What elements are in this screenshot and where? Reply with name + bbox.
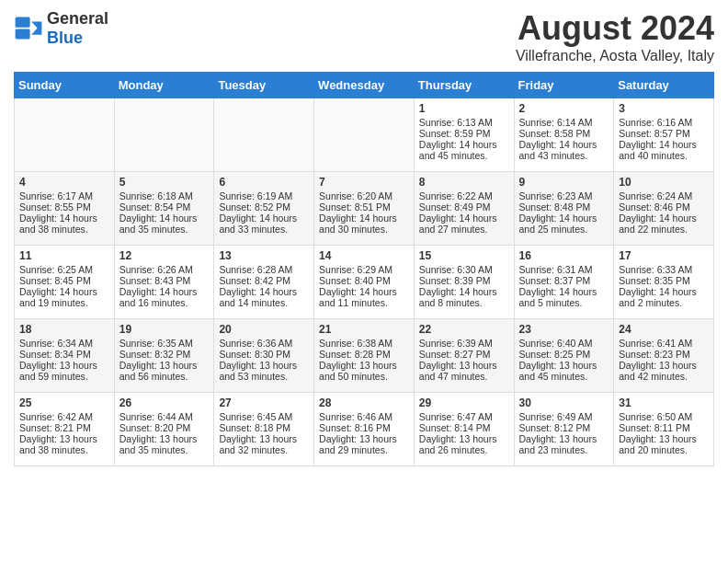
sunrise-text: Sunrise: 6:33 AM <box>619 264 692 275</box>
sunset-text: Sunset: 8:46 PM <box>619 201 690 213</box>
daylight-text: Daylight: 14 hours and 38 minutes. <box>19 213 97 235</box>
daylight-text: Daylight: 14 hours and 14 minutes. <box>219 286 297 308</box>
calendar-cell <box>314 98 415 172</box>
daylight-text: Daylight: 13 hours and 45 minutes. <box>519 360 597 382</box>
calendar-cell: 31Sunrise: 6:50 AMSunset: 8:11 PMDayligh… <box>614 393 714 466</box>
day-number: 6 <box>219 176 309 189</box>
sunrise-text: Sunrise: 6:22 AM <box>419 190 493 201</box>
header-saturday: Saturday <box>614 73 714 98</box>
day-number: 15 <box>419 249 509 262</box>
sunrise-text: Sunrise: 6:42 AM <box>19 411 93 422</box>
calendar-cell: 14Sunrise: 6:29 AMSunset: 8:40 PMDayligh… <box>314 246 415 319</box>
day-number: 8 <box>419 176 509 189</box>
day-number: 9 <box>519 176 609 189</box>
day-number: 4 <box>19 176 109 189</box>
daylight-text: Daylight: 14 hours and 30 minutes. <box>319 213 397 235</box>
sunset-text: Sunset: 8:28 PM <box>319 349 391 360</box>
calendar-cell: 17Sunrise: 6:33 AMSunset: 8:35 PMDayligh… <box>614 246 714 319</box>
calendar-cell <box>114 98 214 172</box>
sunrise-text: Sunrise: 6:44 AM <box>119 411 193 422</box>
header: General Blue August 2024 Villefranche, A… <box>14 9 714 64</box>
sunrise-text: Sunrise: 6:29 AM <box>319 264 392 275</box>
sunset-text: Sunset: 8:59 PM <box>419 128 491 139</box>
day-number: 13 <box>219 249 309 262</box>
day-number: 7 <box>319 176 409 189</box>
calendar-cell: 21Sunrise: 6:38 AMSunset: 8:28 PMDayligh… <box>314 319 415 393</box>
sunset-text: Sunset: 8:54 PM <box>119 201 191 213</box>
calendar-cell: 16Sunrise: 6:31 AMSunset: 8:37 PMDayligh… <box>514 246 614 319</box>
daylight-text: Daylight: 13 hours and 38 minutes. <box>19 433 97 455</box>
calendar-cell: 15Sunrise: 6:30 AMSunset: 8:39 PMDayligh… <box>414 246 514 319</box>
sunset-text: Sunset: 8:23 PM <box>619 349 690 360</box>
calendar-cell: 4Sunrise: 6:17 AMSunset: 8:55 PMDaylight… <box>15 172 115 246</box>
daylight-text: Daylight: 13 hours and 59 minutes. <box>19 360 97 382</box>
day-number: 5 <box>119 176 210 189</box>
daylight-text: Daylight: 13 hours and 20 minutes. <box>619 433 697 455</box>
svg-rect-0 <box>16 17 30 28</box>
sunset-text: Sunset: 8:51 PM <box>319 201 391 213</box>
daylight-text: Daylight: 14 hours and 33 minutes. <box>219 213 297 235</box>
calendar-table: SundayMondayTuesdayWednesdayThursdayFrid… <box>14 72 714 466</box>
day-number: 1 <box>419 102 509 115</box>
sunrise-text: Sunrise: 6:39 AM <box>419 338 493 349</box>
sunset-text: Sunset: 8:20 PM <box>119 422 191 433</box>
day-number: 17 <box>619 249 709 262</box>
daylight-text: Daylight: 13 hours and 53 minutes. <box>219 360 297 382</box>
day-number: 26 <box>119 396 210 409</box>
sunset-text: Sunset: 8:42 PM <box>219 275 290 286</box>
sunset-text: Sunset: 8:40 PM <box>319 275 391 286</box>
day-number: 12 <box>119 249 210 262</box>
sunrise-text: Sunrise: 6:35 AM <box>119 338 193 349</box>
calendar-cell: 18Sunrise: 6:34 AMSunset: 8:34 PMDayligh… <box>15 319 115 393</box>
calendar-week-row: 1Sunrise: 6:13 AMSunset: 8:59 PMDaylight… <box>15 98 714 172</box>
day-number: 25 <box>19 396 109 409</box>
day-number: 31 <box>619 396 709 409</box>
calendar-cell: 12Sunrise: 6:26 AMSunset: 8:43 PMDayligh… <box>114 246 214 319</box>
daylight-text: Daylight: 13 hours and 56 minutes. <box>119 360 198 382</box>
daylight-text: Daylight: 14 hours and 27 minutes. <box>419 213 497 235</box>
sunset-text: Sunset: 8:11 PM <box>619 422 690 433</box>
daylight-text: Daylight: 13 hours and 35 minutes. <box>119 433 198 455</box>
daylight-text: Daylight: 13 hours and 32 minutes. <box>219 433 297 455</box>
sunset-text: Sunset: 8:48 PM <box>519 201 591 213</box>
main-title: August 2024 <box>516 9 714 48</box>
subtitle: Villefranche, Aosta Valley, Italy <box>516 48 714 64</box>
sunset-text: Sunset: 8:32 PM <box>119 349 191 360</box>
calendar-cell: 3Sunrise: 6:16 AMSunset: 8:57 PMDaylight… <box>614 98 714 172</box>
daylight-text: Daylight: 14 hours and 43 minutes. <box>519 139 597 161</box>
header-monday: Monday <box>114 73 214 98</box>
logo-general: General <box>47 9 108 28</box>
sunset-text: Sunset: 8:49 PM <box>419 201 491 213</box>
calendar-cell: 9Sunrise: 6:23 AMSunset: 8:48 PMDaylight… <box>514 172 614 246</box>
calendar-cell: 30Sunrise: 6:49 AMSunset: 8:12 PMDayligh… <box>514 393 614 466</box>
calendar-cell: 8Sunrise: 6:22 AMSunset: 8:49 PMDaylight… <box>414 172 514 246</box>
calendar-cell: 24Sunrise: 6:41 AMSunset: 8:23 PMDayligh… <box>614 319 714 393</box>
daylight-text: Daylight: 13 hours and 47 minutes. <box>419 360 497 382</box>
sunrise-text: Sunrise: 6:49 AM <box>519 411 593 422</box>
header-friday: Friday <box>514 73 614 98</box>
title-area: August 2024 Villefranche, Aosta Valley, … <box>516 9 714 64</box>
sunset-text: Sunset: 8:12 PM <box>519 422 591 433</box>
daylight-text: Daylight: 13 hours and 50 minutes. <box>319 360 397 382</box>
calendar-week-row: 4Sunrise: 6:17 AMSunset: 8:55 PMDaylight… <box>15 172 714 246</box>
logo: General Blue <box>14 9 108 48</box>
daylight-text: Daylight: 14 hours and 25 minutes. <box>519 213 597 235</box>
sunset-text: Sunset: 8:27 PM <box>419 349 491 360</box>
calendar-week-row: 11Sunrise: 6:25 AMSunset: 8:45 PMDayligh… <box>15 246 714 319</box>
sunrise-text: Sunrise: 6:50 AM <box>619 411 692 422</box>
day-number: 21 <box>319 323 409 336</box>
calendar-cell: 25Sunrise: 6:42 AMSunset: 8:21 PMDayligh… <box>15 393 115 466</box>
svg-rect-1 <box>16 29 30 39</box>
daylight-text: Daylight: 13 hours and 29 minutes. <box>319 433 397 455</box>
calendar-cell: 2Sunrise: 6:14 AMSunset: 8:58 PMDaylight… <box>514 98 614 172</box>
day-number: 19 <box>119 323 210 336</box>
daylight-text: Daylight: 14 hours and 19 minutes. <box>19 286 97 308</box>
calendar-cell: 22Sunrise: 6:39 AMSunset: 8:27 PMDayligh… <box>414 319 514 393</box>
sunrise-text: Sunrise: 6:41 AM <box>619 338 692 349</box>
calendar-cell: 23Sunrise: 6:40 AMSunset: 8:25 PMDayligh… <box>514 319 614 393</box>
daylight-text: Daylight: 14 hours and 5 minutes. <box>519 286 597 308</box>
sunrise-text: Sunrise: 6:36 AM <box>219 338 292 349</box>
day-number: 24 <box>619 323 709 336</box>
sunset-text: Sunset: 8:45 PM <box>19 275 91 286</box>
sunset-text: Sunset: 8:21 PM <box>19 422 91 433</box>
